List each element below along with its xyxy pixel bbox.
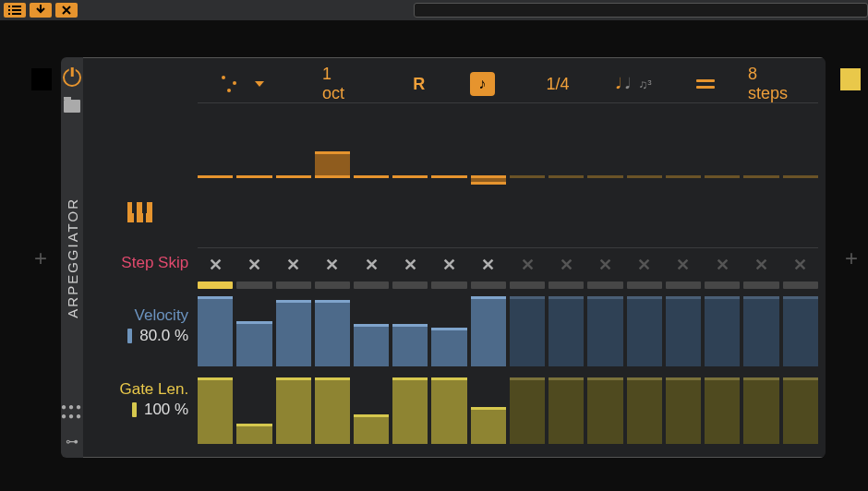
offset-step[interactable] (549, 103, 584, 247)
step-skip-toggle[interactable]: ✕ (705, 255, 740, 275)
gate-step[interactable] (587, 377, 622, 444)
velocity-step[interactable] (627, 296, 662, 366)
offset-grid[interactable] (198, 103, 818, 247)
step-skip-toggle[interactable]: ✕ (549, 255, 584, 275)
octaves-value[interactable]: 1 oct (322, 65, 355, 103)
velocity-step[interactable] (666, 296, 701, 366)
offset-step[interactable] (471, 103, 506, 247)
labels-column: Step Skip Velocity 80.0 % Gate Len. 100 … (83, 66, 198, 449)
offset-step[interactable] (705, 103, 740, 247)
velocity-step[interactable] (354, 324, 389, 366)
gate-step[interactable] (510, 377, 545, 444)
offset-step[interactable] (354, 103, 389, 247)
step-skip-toggle[interactable]: ✕ (354, 255, 389, 275)
gate-step[interactable] (392, 377, 428, 444)
offset-step[interactable] (666, 103, 701, 247)
chain-slot-right[interactable] (840, 68, 861, 90)
velocity-step[interactable] (236, 321, 271, 366)
pattern-menu-chevron-icon[interactable] (255, 81, 264, 87)
gate-step[interactable] (315, 377, 350, 444)
gate-step[interactable] (431, 377, 466, 444)
offset-step[interactable] (627, 103, 662, 247)
offset-step[interactable] (431, 103, 466, 247)
velocity-step[interactable] (431, 328, 466, 366)
velocity-step[interactable] (198, 296, 233, 366)
velocity-step[interactable] (392, 324, 428, 366)
modulators-icon[interactable]: ●●●●●● (61, 402, 83, 421)
download-button[interactable] (30, 3, 52, 18)
step-skip-toggle[interactable]: ✕ (471, 255, 506, 275)
step-skip-toggle[interactable]: ✕ (392, 255, 428, 275)
velocity-step[interactable] (587, 296, 622, 366)
list-button[interactable] (4, 3, 26, 18)
step-skip-toggle[interactable]: ✕ (510, 255, 545, 275)
offset-step[interactable] (783, 103, 818, 247)
velocity-step[interactable] (783, 296, 818, 366)
remote-controls-icon[interactable]: ⊶ (66, 434, 78, 449)
step-skip-label: Step Skip (83, 246, 198, 280)
step-skip-toggle[interactable]: ✕ (431, 255, 466, 275)
gate-step[interactable] (627, 377, 662, 444)
gate-step[interactable] (549, 377, 584, 444)
step-skip-toggle[interactable]: ✕ (198, 255, 233, 275)
pattern-icon[interactable] (220, 74, 238, 94)
device-header: ARPEGGIATOR ●●●●●● ⊶ (61, 57, 83, 458)
close-button[interactable] (55, 3, 78, 18)
add-device-after-button[interactable]: + (842, 249, 861, 268)
step-position-marker (315, 281, 350, 289)
timing-dotted-icon[interactable]: 𝅘𝅥. (625, 76, 629, 92)
gate-step[interactable] (471, 407, 506, 444)
offset-step[interactable] (315, 103, 350, 247)
velocity-grid[interactable] (198, 291, 818, 366)
chain-slot-left[interactable] (31, 68, 52, 90)
step-skip-toggle[interactable]: ✕ (315, 255, 350, 275)
offset-step[interactable] (743, 103, 778, 247)
velocity-step[interactable] (471, 296, 506, 366)
step-skip-toggle[interactable]: ✕ (627, 255, 662, 275)
velocity-step[interactable] (705, 296, 740, 366)
offset-step[interactable] (236, 103, 271, 247)
step-skip-toggle[interactable]: ✕ (666, 255, 701, 275)
gate-step[interactable] (276, 377, 311, 444)
velocity-step[interactable] (315, 300, 350, 366)
velocity-step[interactable] (510, 296, 545, 366)
offset-step[interactable] (198, 103, 233, 247)
offset-step[interactable] (392, 103, 428, 247)
search-input[interactable] (414, 3, 868, 18)
gate-step[interactable] (783, 377, 818, 444)
offset-step[interactable] (276, 103, 311, 247)
step-skip-toggle[interactable]: ✕ (783, 255, 818, 275)
step-skip-toggle[interactable]: ✕ (743, 255, 778, 275)
step-position-marker (198, 281, 233, 289)
add-device-before-button[interactable]: + (31, 249, 50, 268)
velocity-value[interactable]: 80.0 % (139, 327, 188, 345)
gate-step[interactable] (354, 414, 389, 444)
grid-column: 1 oct R ♪ 1/4 𝅘𝅥 𝅘𝅥. ♫³ 8 steps (198, 66, 818, 449)
gate-step[interactable] (705, 377, 740, 444)
rate-value[interactable]: 1/4 (547, 75, 570, 94)
steps-value[interactable]: 8 steps (748, 65, 796, 103)
offset-step[interactable] (510, 103, 545, 247)
gate-step[interactable] (743, 377, 778, 444)
rate-mode-value[interactable]: R (413, 75, 425, 94)
velocity-step[interactable] (549, 296, 584, 366)
gate-grid[interactable] (198, 372, 818, 444)
step-skip-toggle[interactable]: ✕ (236, 255, 271, 275)
velocity-step[interactable] (743, 296, 778, 366)
timing-triplet-icon[interactable]: ♫³ (639, 78, 652, 91)
folder-icon[interactable] (64, 100, 80, 113)
step-skip-toggle[interactable]: ✕ (276, 255, 311, 275)
svg-rect-4 (8, 13, 10, 15)
gate-value[interactable]: 100 % (144, 401, 188, 419)
velocity-step[interactable] (276, 300, 311, 366)
gate-step[interactable] (198, 377, 233, 444)
gate-step[interactable] (666, 377, 701, 444)
step-skip-grid[interactable]: ✕✕✕✕✕✕✕✕✕✕✕✕✕✕✕✕ (198, 255, 818, 275)
offset-step[interactable] (587, 103, 622, 247)
note-mode-button[interactable]: ♪ (470, 72, 495, 96)
power-icon[interactable] (63, 68, 81, 87)
device-body: Step Skip Velocity 80.0 % Gate Len. 100 … (83, 57, 826, 458)
retrigger-icon[interactable] (696, 78, 715, 90)
gate-step[interactable] (236, 424, 271, 444)
step-skip-toggle[interactable]: ✕ (587, 255, 622, 275)
